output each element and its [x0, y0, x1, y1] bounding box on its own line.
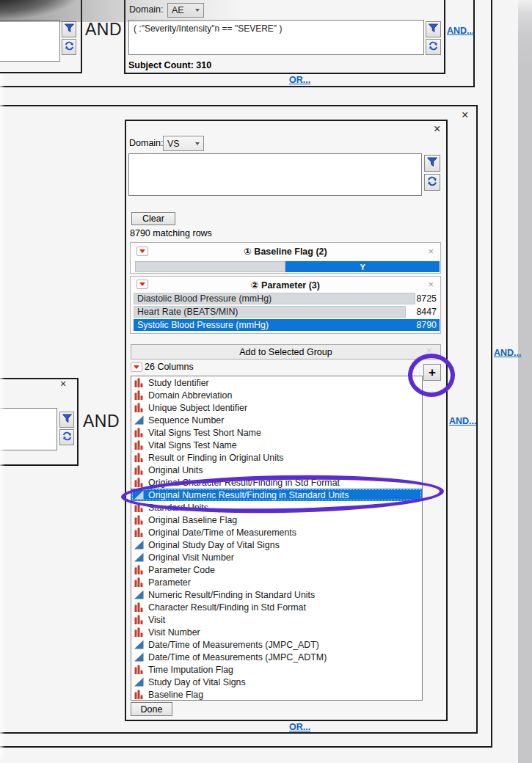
baseline-flag-bar: Y — [135, 261, 440, 272]
close-dialog-icon[interactable]: × — [434, 124, 440, 134]
parameter-label: Systolic Blood Pressure (mmHg) — [134, 320, 269, 330]
or-link-top[interactable]: OR... — [289, 75, 310, 85]
column-list-item[interactable]: Parameter Code — [131, 563, 422, 576]
filter-button[interactable] — [424, 155, 440, 172]
column-list-item[interactable]: Original Character Result/Finding in Std… — [131, 476, 422, 489]
and-connector-top: AND — [82, 20, 125, 40]
panel-close-icon[interactable]: × — [428, 280, 434, 289]
filter-button[interactable] — [62, 21, 76, 37]
column-list-item[interactable]: Original Date/Time of Measurements — [131, 526, 422, 539]
columns-count-header: 26 Columns — [145, 362, 194, 372]
domain-select-vs[interactable]: VS — [163, 136, 204, 151]
funnel-icon — [426, 156, 438, 171]
column-list-item[interactable]: Domain Abbreviation — [131, 389, 422, 401]
parameter-row[interactable]: Systolic Blood Pressure (mmHg) 8790 — [131, 318, 440, 332]
parameter-row[interactable]: Heart Rate (BEATS/MIN) 8447 — [131, 305, 440, 318]
parameter-row[interactable]: Diastolic Blood Pressure (mmHg) 8725 — [131, 292, 440, 305]
column-list-item[interactable]: Date/Time of Measurements (JMPC_ADTM) — [131, 651, 422, 663]
column-list-item[interactable]: Original Baseline Flag — [131, 514, 422, 526]
column-list-item[interactable]: Time Imputation Flag — [131, 663, 422, 676]
triangle-icon — [134, 590, 144, 599]
and-link-bottom-group[interactable]: AND... — [449, 416, 477, 426]
histogram-icon — [134, 503, 144, 512]
baseline-bar-segment-blank[interactable] — [135, 261, 285, 272]
and-link-top[interactable]: AND... — [447, 26, 475, 36]
parameter-count: 8725 — [416, 293, 437, 304]
filter-button[interactable] — [426, 21, 441, 37]
filter-button[interactable] — [59, 412, 74, 428]
subject-count: Subject Count: 310 — [128, 60, 211, 70]
panel-close-icon[interactable]: × — [428, 247, 434, 256]
domain-label: Domain: — [129, 138, 164, 148]
red-triangle-icon — [134, 365, 139, 369]
columns-list[interactable]: Study Identifier Domain Abbreviation Uni… — [131, 376, 423, 701]
column-list-item[interactable]: Sequence Number — [131, 414, 422, 426]
histogram-icon — [134, 690, 144, 699]
triangle-icon — [134, 640, 144, 649]
refresh-button[interactable] — [426, 39, 441, 55]
close-panel-icon[interactable]: × — [60, 379, 66, 389]
chevron-down-icon — [195, 142, 200, 145]
refresh-icon — [64, 40, 75, 54]
parameter-label: Diastolic Blood Pressure (mmHg) — [134, 293, 272, 304]
parameter-count: 8447 — [416, 306, 437, 318]
panel-title: ② Parameter (3) — [131, 280, 440, 291]
column-label: Original Baseline Flag — [148, 515, 237, 525]
or-link-bottom-group[interactable]: OR... — [289, 722, 310, 732]
column-label: Original Date/Time of Measurements — [148, 527, 296, 538]
column-list-item[interactable]: Study Identifier — [131, 376, 422, 389]
column-label: Original Study Day of Vital Signs — [148, 540, 280, 550]
ae-expression-box[interactable]: ( :"Severity/Intensity"n == "SEVERE" ) — [128, 20, 424, 55]
clear-button[interactable]: Clear — [131, 212, 175, 225]
column-label: Vital Signs Test Name — [148, 440, 237, 450]
filter-builder-screen: AND Domain: AE ( :"Severity/Intensity"n … — [0, 0, 532, 763]
segment-label: Y — [360, 263, 365, 271]
column-list-item[interactable]: Result or Finding in Original Units — [131, 451, 422, 464]
baseline-bar-segment-y[interactable]: Y — [285, 261, 440, 272]
column-list-item[interactable]: Character Result/Finding in Std Format — [131, 601, 422, 613]
column-list-item[interactable]: Vital Signs Test Short Name — [131, 426, 422, 439]
refresh-button[interactable] — [59, 429, 74, 445]
column-list-item[interactable]: Original Study Day of Vital Signs — [131, 539, 422, 551]
histogram-icon — [134, 665, 144, 674]
column-list-item[interactable]: Parameter — [131, 576, 422, 588]
add-column-filter-button[interactable]: + — [423, 364, 441, 381]
vs-expression-box[interactable] — [128, 153, 422, 196]
done-button[interactable]: Done — [131, 702, 172, 716]
close-group-icon[interactable]: × — [462, 110, 468, 120]
column-label: Numeric Result/Finding in Standard Units — [148, 590, 315, 600]
panel-title: ① Baseline Flag (2) — [131, 246, 440, 257]
column-list-item[interactable]: Original Units — [131, 464, 422, 476]
window-edge-band — [518, 0, 532, 763]
matching-rows-status: 8790 matching rows — [130, 228, 212, 238]
histogram-icon — [134, 440, 144, 450]
column-list-item[interactable]: Baseline Flag — [131, 688, 422, 701]
and-link-outer[interactable]: AND... — [494, 348, 522, 358]
column-list-item[interactable]: Visit — [131, 613, 422, 626]
refresh-button[interactable] — [424, 174, 440, 191]
left-expression-box[interactable] — [0, 408, 57, 450]
parameter-panel: ② Parameter (3) × Diastolic Blood Pressu… — [130, 276, 441, 334]
refresh-icon — [426, 175, 438, 190]
columns-menu-button[interactable] — [131, 362, 142, 372]
column-list-item[interactable]: Numeric Result/Finding in Standard Units — [131, 588, 422, 601]
parameter-bar: Systolic Blood Pressure (mmHg) — [134, 319, 440, 331]
column-list-item[interactable]: Unique Subject Identifier — [131, 401, 422, 414]
histogram-icon — [134, 515, 144, 525]
column-list-item[interactable]: Vital Signs Test Name — [131, 439, 422, 451]
column-list-item[interactable]: Original Numeric Result/Finding in Stand… — [131, 489, 422, 501]
column-list-item[interactable]: Date/Time of Measurements (JMPC_ADT) — [131, 638, 422, 651]
refresh-button[interactable] — [62, 39, 76, 55]
column-label: Sequence Number — [148, 415, 224, 426]
column-list-item[interactable]: Original Visit Number — [131, 551, 422, 563]
column-label: Unique Subject Identifier — [148, 403, 247, 413]
top-left-expression-box[interactable] — [0, 20, 60, 62]
domain-select-ae[interactable]: AE — [167, 3, 204, 18]
refresh-icon — [62, 431, 73, 445]
histogram-icon — [134, 478, 144, 487]
add-to-selected-group-button[interactable]: Add to Selected Group — [131, 344, 441, 359]
column-list-item[interactable]: Study Day of Vital Signs — [131, 676, 422, 688]
column-list-item[interactable]: Standard Units — [131, 501, 422, 514]
triangle-icon — [134, 490, 144, 500]
column-list-item[interactable]: Visit Number — [131, 626, 422, 638]
